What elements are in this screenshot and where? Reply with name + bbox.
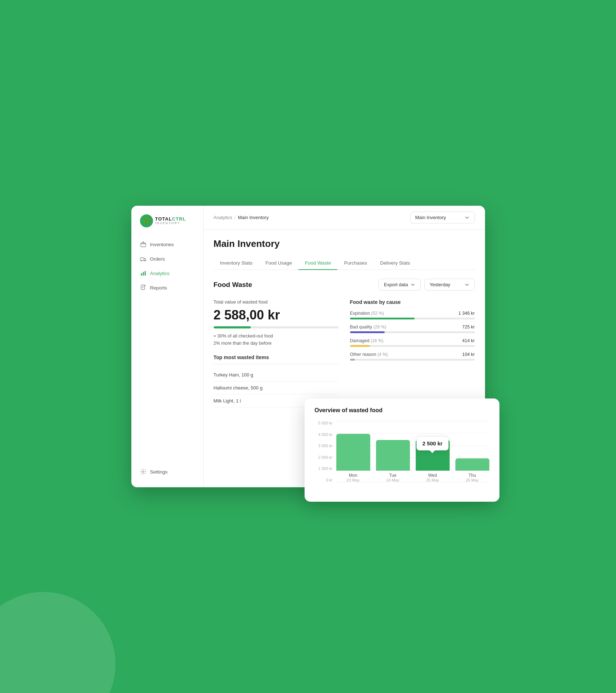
y-label: 3 000 kr bbox=[315, 444, 333, 448]
section-header: Food Waste Export data Yesterday bbox=[214, 279, 475, 291]
bar-day: Thu bbox=[466, 473, 479, 478]
tab-food-waste[interactable]: Food Waste bbox=[298, 257, 337, 270]
sidebar-item-inventories-label: Inventories bbox=[150, 242, 174, 247]
cause-bar-bg bbox=[350, 318, 475, 319]
logo-total: TOTAL bbox=[155, 217, 172, 222]
cause-label: Other reason (4 %) bbox=[350, 352, 388, 357]
box-icon bbox=[140, 241, 147, 248]
tab-purchases[interactable]: Purchases bbox=[337, 257, 373, 270]
cause-row-damaged: Damaged (16 %) 414 kr bbox=[350, 338, 475, 347]
cause-value: 1 346 kr bbox=[458, 311, 475, 316]
sidebar-bottom: Settings bbox=[131, 465, 203, 479]
svg-rect-6 bbox=[141, 273, 142, 276]
sidebar: 🌿 TOTALCTRL INVENTORY bbox=[131, 206, 204, 487]
chart-area: 5 000 kr 4 000 kr 3 000 kr 2 000 kr 1 00… bbox=[315, 421, 489, 493]
sidebar-item-orders[interactable]: Orders bbox=[136, 252, 199, 266]
truck-icon bbox=[140, 256, 147, 262]
cause-row-bad-quality: Bad quality (28 %) 725 kr bbox=[350, 324, 475, 333]
sidebar-item-settings[interactable]: Settings bbox=[136, 465, 199, 479]
svg-rect-9 bbox=[141, 285, 145, 290]
y-label: 0 kr bbox=[315, 478, 333, 482]
tab-delivery-stats[interactable]: Delivery Stats bbox=[373, 257, 416, 270]
bar bbox=[376, 440, 410, 471]
bar-mon: Mon 23 May bbox=[336, 421, 370, 482]
stats-grid: Total value of wasted food 2 588,00 kr =… bbox=[214, 299, 475, 407]
stat-causes: Food waste by cause Expiration (52 %) 1 … bbox=[350, 299, 475, 407]
sidebar-item-inventories[interactable]: Inventories bbox=[136, 237, 199, 251]
y-label: 1 000 kr bbox=[315, 466, 333, 471]
svg-rect-8 bbox=[144, 271, 145, 276]
chart-icon bbox=[140, 270, 147, 276]
stat-note-pct: = 30% of all checked-out food bbox=[214, 334, 338, 339]
breadcrumb-separator: / bbox=[235, 215, 236, 220]
file-icon bbox=[140, 284, 147, 291]
cause-bar-bg bbox=[350, 331, 475, 333]
sidebar-item-reports[interactable]: Reports bbox=[136, 281, 199, 295]
breadcrumb-parent: Analytics bbox=[214, 215, 232, 220]
stat-total-value: Total value of wasted food 2 588,00 kr =… bbox=[214, 299, 338, 407]
logo-ctrl: CTRL bbox=[172, 217, 186, 222]
total-label: Total value of wasted food bbox=[214, 299, 338, 305]
controls: Export data Yesterday bbox=[379, 279, 475, 291]
svg-point-5 bbox=[144, 261, 145, 261]
bar-date: 24 May bbox=[386, 478, 399, 482]
svg-text:🌿: 🌿 bbox=[143, 217, 151, 225]
logo-sub: INVENTORY bbox=[155, 222, 186, 225]
sidebar-item-orders-label: Orders bbox=[150, 256, 165, 262]
cause-bar-fill bbox=[350, 331, 385, 333]
bar-thu: Thu 26 May bbox=[455, 421, 489, 482]
settings-label: Settings bbox=[150, 469, 168, 475]
chevron-down-icon bbox=[410, 282, 415, 287]
bar-day: Wed bbox=[426, 473, 439, 478]
inventory-select[interactable]: Main Inventory bbox=[410, 212, 475, 223]
export-button[interactable]: Export data bbox=[379, 279, 421, 291]
bar bbox=[455, 458, 489, 471]
chart-tooltip: 2 500 kr bbox=[416, 436, 449, 450]
chart-card: Overview of wasted food 5 000 kr 4 000 k… bbox=[305, 398, 499, 502]
total-progress-bar bbox=[214, 326, 338, 328]
bar-label: Wed 25 May bbox=[426, 473, 439, 482]
bar-date: 25 May bbox=[426, 478, 439, 482]
cause-bar-bg bbox=[350, 359, 475, 361]
top-wasted-title: Top most wasted items bbox=[214, 354, 338, 364]
bar-day: Tue bbox=[386, 473, 399, 478]
bar-tue: Tue 24 May bbox=[376, 421, 410, 482]
logo-icon: 🌿 bbox=[140, 214, 153, 227]
stat-note-change: 2% more than the day before bbox=[214, 341, 338, 346]
total-progress-fill bbox=[214, 326, 251, 328]
cause-row-expiration: Expiration (52 %) 1 346 kr bbox=[350, 311, 475, 319]
cause-label: Damaged (16 %) bbox=[350, 338, 384, 343]
wasted-item: Turkey Ham, 100 g bbox=[214, 369, 338, 382]
date-picker[interactable]: Yesterday bbox=[424, 279, 475, 291]
cause-bar-fill bbox=[350, 318, 415, 319]
bar-date: 23 May bbox=[346, 478, 359, 482]
tab-inventory-stats[interactable]: Inventory Stats bbox=[214, 257, 259, 270]
inventory-select-value: Main Inventory bbox=[415, 215, 446, 220]
bar-label: Tue 24 May bbox=[386, 473, 399, 482]
cause-label: Bad quality (28 %) bbox=[350, 324, 386, 330]
y-label: 5 000 kr bbox=[315, 421, 333, 425]
bar-wed: 2 500 kr Wed 25 May bbox=[416, 421, 450, 482]
tab-food-usage[interactable]: Food Usage bbox=[259, 257, 299, 270]
page-title: Main Inventory bbox=[214, 238, 475, 249]
cause-value: 725 kr bbox=[462, 324, 475, 330]
logo: 🌿 TOTALCTRL INVENTORY bbox=[131, 214, 203, 237]
tabs: Inventory Stats Food Usage Food Waste Pu… bbox=[214, 257, 475, 270]
svg-point-10 bbox=[142, 471, 144, 473]
chevron-down-icon bbox=[464, 215, 469, 220]
chevron-down-icon bbox=[464, 282, 469, 287]
nav-items: Inventories Orders bbox=[131, 237, 203, 465]
svg-rect-7 bbox=[143, 272, 144, 276]
bar-day: Mon bbox=[346, 473, 359, 478]
cause-value: 414 kr bbox=[462, 338, 475, 343]
sidebar-item-analytics-label: Analytics bbox=[150, 271, 170, 276]
gear-icon bbox=[140, 468, 147, 475]
cause-bar-fill bbox=[350, 345, 370, 347]
sidebar-item-analytics[interactable]: Analytics bbox=[136, 266, 199, 280]
y-label: 4 000 kr bbox=[315, 432, 333, 437]
bars-container: Mon 23 May Tue 24 May bbox=[336, 421, 489, 493]
section-title: Food Waste bbox=[214, 281, 252, 289]
chart-title: Overview of wasted food bbox=[315, 407, 489, 414]
breadcrumb: Analytics / Main Inventory bbox=[214, 215, 269, 220]
causes-title: Food waste by cause bbox=[350, 299, 475, 305]
